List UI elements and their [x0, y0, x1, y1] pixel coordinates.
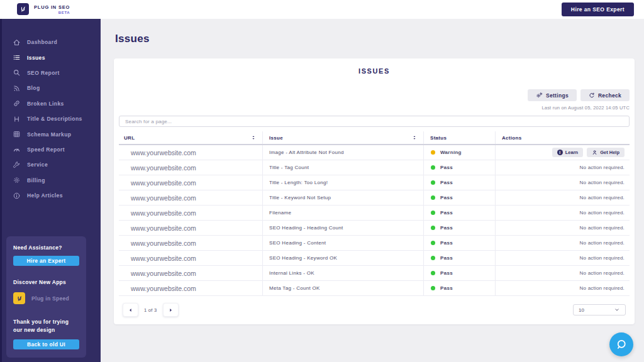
chevron-right-icon — [168, 307, 174, 313]
url-cell: www.yourwebsite.com — [119, 206, 263, 220]
pass-dot — [431, 195, 435, 200]
no-action-text: No action required. — [580, 180, 625, 185]
rss-icon — [13, 84, 21, 92]
url-cell: www.yourwebsite.com — [119, 190, 263, 205]
issue-column-label: Issue — [269, 135, 283, 141]
actions-cell: No action required. — [496, 175, 630, 190]
refresh-icon — [589, 92, 595, 99]
plug-in-speed-icon — [13, 292, 25, 304]
sidebar-item-label: Speed Report — [27, 146, 65, 153]
sidebar-item-help-articles[interactable]: Help Articles — [0, 188, 101, 203]
column-header-url[interactable]: URL — [119, 131, 263, 144]
sidebar-item-label: Billing — [27, 177, 45, 184]
actions-cell: No action required. — [496, 251, 630, 265]
url-cell: www.yourwebsite.com — [119, 236, 263, 250]
last-run-timestamp: Last run on August 05, 2022 14:05 UTC — [119, 105, 630, 111]
table-row: www.yourwebsite.com Title - Length: Too … — [119, 175, 630, 190]
search-input[interactable] — [119, 116, 630, 127]
sidebar-item-service[interactable]: Service — [0, 157, 101, 172]
status-label: Warning — [440, 150, 462, 155]
hire-seo-expert-button[interactable]: Hire an SEO Expert — [562, 3, 634, 16]
gears-icon — [536, 92, 543, 99]
pagination: 1 of 3 — [123, 303, 179, 317]
status-cell: Pass — [424, 206, 496, 220]
sidebar-item-schema-markup[interactable]: Schema Markup — [0, 126, 101, 141]
card-footer: 1 of 3 10 — [119, 303, 630, 317]
sidebar-item-broken-links[interactable]: Broken Links — [0, 96, 101, 111]
beta-badge: BETA — [58, 11, 70, 14]
recheck-button[interactable]: Recheck — [580, 89, 630, 101]
toolbar: Settings Recheck — [119, 89, 630, 101]
status-label: Pass — [440, 255, 453, 261]
sidebar-item-billing[interactable]: Billing — [0, 173, 101, 188]
actions-cell: No action required. — [496, 190, 630, 205]
issue-cell: Internal Links - OK — [263, 266, 424, 280]
discover-new-apps-heading: Discover New Apps — [13, 279, 79, 285]
actions-column-label: Actions — [502, 135, 521, 141]
sort-icon[interactable] — [412, 135, 417, 140]
sidebar-item-label: Title & Descriptions — [27, 116, 82, 122]
url-cell: www.yourwebsite.com — [119, 281, 263, 295]
actions-cell: Learn Get Help — [496, 145, 630, 160]
sidebar-item-issues[interactable]: Issues — [0, 50, 101, 65]
table-row: www.yourwebsite.com Internal Links - OK … — [119, 266, 630, 281]
pass-dot — [431, 226, 435, 230]
url-cell: www.yourwebsite.com — [119, 145, 263, 160]
gear-icon — [13, 176, 21, 184]
plug-in-speed-app-link[interactable]: Plug in Speed — [13, 292, 79, 304]
sidebar-item-blog[interactable]: Blog — [0, 80, 101, 96]
url-cell: www.yourwebsite.com — [119, 221, 263, 235]
sidebar-item-title-descriptions[interactable]: Title & Descriptions — [0, 111, 101, 126]
status-cell: Pass — [424, 160, 496, 175]
url-column-label: URL — [124, 135, 135, 141]
pass-dot — [431, 256, 435, 260]
issues-list-icon — [13, 53, 21, 62]
page-size-select[interactable]: 10 — [573, 304, 626, 315]
previous-page-button[interactable] — [123, 303, 138, 317]
get-help-button[interactable]: Get Help — [587, 148, 625, 157]
sidebar-item-dashboard[interactable]: Dashboard — [0, 35, 101, 50]
status-cell: Pass — [424, 236, 496, 250]
brand-logo: PLUG IN SEO BETA — [17, 3, 70, 15]
page-indicator: 1 of 3 — [144, 307, 157, 313]
settings-button-label: Settings — [546, 92, 569, 99]
table-row: www.yourwebsite.com SEO Heading - Conten… — [119, 236, 630, 251]
sort-icon[interactable] — [251, 135, 256, 140]
chat-widget-button[interactable] — [609, 332, 633, 356]
issue-cell: Meta Tag - Count OK — [263, 281, 424, 295]
issues-table: URL Issue Status Actions www.yourwebsite… — [119, 131, 630, 296]
plug-in-speed-label: Plug in Speed — [31, 295, 69, 302]
learn-button[interactable]: Learn — [552, 148, 583, 157]
warning-dot — [431, 150, 435, 155]
info-icon — [13, 192, 21, 200]
actions-cell: No action required. — [496, 281, 630, 295]
sidebar-item-speed-report[interactable]: Speed Report — [0, 142, 101, 157]
chat-bubble-icon — [615, 338, 628, 351]
sidebar-item-label: Dashboard — [27, 39, 57, 45]
settings-button[interactable]: Settings — [528, 89, 577, 101]
status-label: Pass — [440, 240, 453, 246]
table-row: www.yourwebsite.com SEO Heading - Headin… — [119, 221, 630, 236]
url-cell: www.yourwebsite.com — [119, 266, 263, 280]
sidebar: Dashboard Issues SEO Report Blog Broken … — [0, 19, 101, 362]
next-page-button[interactable] — [163, 303, 179, 317]
status-column-label: Status — [430, 135, 447, 141]
back-to-old-ui-button[interactable]: Back to old UI — [13, 339, 79, 349]
sidebar-item-seo-report[interactable]: SEO Report — [0, 65, 101, 80]
home-icon — [13, 38, 21, 47]
card-title: ISSUES — [119, 67, 630, 75]
url-cell: www.yourwebsite.com — [119, 160, 263, 175]
no-action-text: No action required. — [580, 165, 625, 170]
table-row: www.yourwebsite.com SEO Heading - Keywor… — [119, 251, 630, 266]
chevron-down-icon — [614, 307, 620, 313]
sidebar-item-label: Help Articles — [27, 192, 63, 199]
top-bar: PLUG IN SEO BETA Hire an SEO Expert — [0, 0, 644, 19]
column-header-status: Status — [424, 131, 496, 144]
status-cell: Pass — [424, 266, 496, 280]
no-action-text: No action required. — [580, 240, 625, 246]
wrench-icon — [13, 161, 21, 169]
column-header-issue[interactable]: Issue — [263, 131, 424, 144]
hire-an-expert-button[interactable]: Hire an Expert — [13, 256, 79, 266]
pass-dot — [431, 211, 435, 215]
sidebar-item-label: Broken Links — [27, 101, 64, 107]
